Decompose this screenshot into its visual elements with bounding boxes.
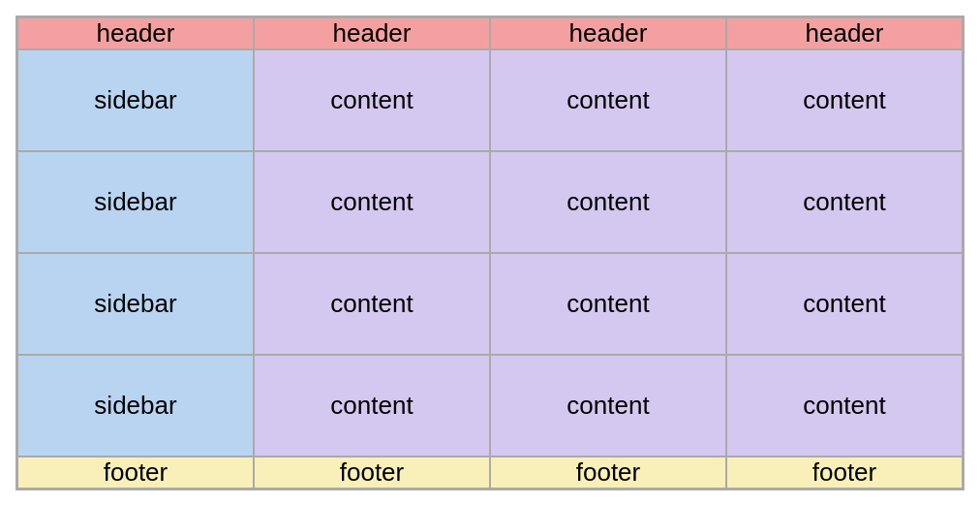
header-label-1: header: [97, 18, 175, 48]
sidebar-row3: sidebar: [17, 253, 254, 355]
content-label-1-2: content: [567, 85, 649, 115]
sidebar-row1: sidebar: [17, 49, 254, 151]
content-label-2-3: content: [803, 187, 885, 217]
sidebar-row4: sidebar: [17, 355, 254, 457]
footer-label-1: footer: [104, 458, 168, 488]
content-label-4-2: content: [567, 391, 649, 421]
header-cell-1: header: [17, 17, 254, 49]
content-label-1-3: content: [803, 85, 885, 115]
content-row4-col1: content: [254, 355, 490, 457]
content-label-4-3: content: [803, 391, 885, 421]
sidebar-label-1: sidebar: [94, 85, 176, 115]
content-row1-col3: content: [726, 49, 963, 151]
sidebar-label-4: sidebar: [94, 391, 176, 421]
content-row1-col1: content: [254, 49, 490, 151]
header-cell-4: header: [726, 17, 963, 49]
content-row2-col1: content: [254, 151, 490, 253]
header-cell-3: header: [490, 17, 726, 49]
footer-label-3: footer: [576, 458, 641, 488]
content-label-1-1: content: [330, 85, 413, 115]
header-label-2: header: [333, 18, 412, 48]
footer-cell-1: footer: [17, 457, 254, 489]
content-label-2-1: content: [330, 187, 413, 217]
layout-grid: header header header header sidebar cont…: [15, 16, 965, 490]
header-label-3: header: [569, 18, 648, 48]
header-cell-2: header: [254, 17, 490, 49]
footer-cell-4: footer: [726, 457, 963, 489]
sidebar-label-3: sidebar: [94, 289, 176, 319]
content-row3-col2: content: [490, 253, 726, 355]
content-row3-col3: content: [726, 253, 963, 355]
content-row4-col2: content: [490, 355, 726, 457]
content-row3-col1: content: [254, 253, 490, 355]
footer-label-4: footer: [812, 458, 877, 488]
content-label-3-3: content: [803, 289, 885, 319]
content-label-3-1: content: [330, 289, 413, 319]
sidebar-label-2: sidebar: [94, 187, 176, 217]
content-label-2-2: content: [567, 187, 649, 217]
content-row4-col3: content: [726, 355, 963, 457]
header-label-4: header: [806, 18, 884, 48]
footer-label-2: footer: [340, 458, 405, 488]
sidebar-row2: sidebar: [17, 151, 254, 253]
content-row2-col2: content: [490, 151, 726, 253]
footer-cell-2: footer: [254, 457, 490, 489]
content-label-4-1: content: [330, 391, 413, 421]
content-label-3-2: content: [567, 289, 649, 319]
footer-cell-3: footer: [490, 457, 726, 489]
content-row2-col3: content: [726, 151, 963, 253]
content-row1-col2: content: [490, 49, 726, 151]
